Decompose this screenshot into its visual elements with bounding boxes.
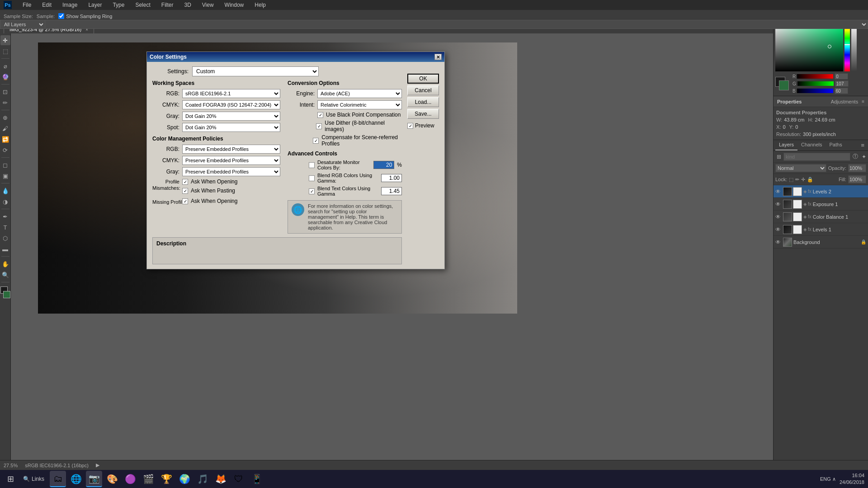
- lasso-tool[interactable]: ⌀: [0, 61, 10, 71]
- taskbar-chrome-app[interactable]: 🌐: [68, 471, 84, 487]
- clone-tool[interactable]: 🔁: [0, 134, 10, 144]
- layers-menu-icon[interactable]: ≡: [859, 140, 866, 150]
- brush-tool[interactable]: 🖌: [0, 123, 10, 133]
- g-slider[interactable]: [797, 81, 834, 86]
- blend-text-cb[interactable]: [309, 188, 315, 194]
- filter-attribute-icon[interactable]: Ⓣ: [851, 152, 859, 161]
- layers-search-input[interactable]: [783, 153, 850, 161]
- layer-vis-icon-levels2[interactable]: 👁: [775, 188, 782, 195]
- layer-vis-icon-colorbalance1[interactable]: 👁: [775, 214, 782, 220]
- layer-vis-icon-exposure1[interactable]: 👁: [775, 201, 782, 207]
- opacity-input[interactable]: 100%: [848, 164, 866, 172]
- hue-slider[interactable]: [844, 22, 850, 71]
- taskbar-id-app[interactable]: 🟣: [122, 471, 138, 487]
- preview-cb[interactable]: [407, 123, 413, 129]
- layer-item-levels2[interactable]: 👁 ◈ fx Levels 2: [774, 185, 868, 198]
- bg-color-swatch[interactable]: [779, 80, 789, 90]
- menu-select[interactable]: Select: [133, 1, 152, 9]
- menu-window[interactable]: Window: [223, 1, 246, 9]
- blend-rgb-cb[interactable]: [309, 175, 315, 181]
- hand-tool[interactable]: ✋: [0, 259, 10, 269]
- lock-all-icon[interactable]: 🔒: [807, 177, 813, 183]
- history-tool[interactable]: ⟳: [0, 145, 10, 155]
- channels-tab[interactable]: Channels: [797, 140, 826, 150]
- menu-help[interactable]: Help: [253, 1, 268, 9]
- taskbar-malware-app[interactable]: 🛡: [231, 471, 247, 487]
- quick-select-tool[interactable]: 🔮: [0, 72, 10, 82]
- lock-position-icon[interactable]: ✏: [795, 177, 799, 183]
- layers-tab[interactable]: Layers: [775, 140, 797, 150]
- cmyk-policy-select[interactable]: Preserve Embedded Profiles: [182, 156, 280, 165]
- zoom-tool[interactable]: 🔍: [0, 270, 10, 280]
- settings-select[interactable]: Custom: [192, 66, 319, 76]
- ask-pasting-cb[interactable]: [182, 188, 188, 194]
- sample-size-select[interactable]: Point Sample: [0, 20, 868, 29]
- menu-filter[interactable]: Filter: [160, 1, 175, 9]
- layer-vis-icon-levels1[interactable]: 👁: [775, 226, 782, 233]
- dither-cb[interactable]: [316, 123, 322, 129]
- ask-opening-mismatch-cb[interactable]: [182, 179, 188, 185]
- taskbar-explorer-app[interactable]: 🗂: [50, 471, 66, 487]
- move-tool[interactable]: ✛: [0, 35, 10, 45]
- menu-edit[interactable]: Edit: [40, 1, 53, 9]
- menu-image[interactable]: Image: [61, 1, 79, 9]
- search-button[interactable]: 🔍 Links: [19, 472, 48, 486]
- intent-select[interactable]: Relative Colorimetric: [317, 100, 402, 109]
- filter-type-icon[interactable]: ⊞: [775, 153, 783, 160]
- rgb-policy-select[interactable]: Preserve Embedded Profiles: [182, 145, 280, 154]
- engine-select[interactable]: Adobe (ACE): [317, 89, 402, 98]
- fill-input[interactable]: 100%: [848, 175, 866, 183]
- g-input[interactable]: [835, 80, 849, 87]
- taskbar-ae-app[interactable]: 🎬: [140, 471, 156, 487]
- taskbar-ai-app[interactable]: 🎨: [104, 471, 120, 487]
- ok-button[interactable]: OK: [407, 74, 439, 84]
- lock-artboard-icon[interactable]: ✛: [801, 177, 805, 183]
- ask-opening-missing-cb[interactable]: [182, 198, 188, 204]
- black-point-cb[interactable]: [317, 112, 323, 118]
- paths-tab[interactable]: Paths: [826, 140, 846, 150]
- gray-policy-select[interactable]: Preserve Embedded Profiles: [182, 167, 280, 176]
- save-button[interactable]: Save...: [407, 109, 439, 119]
- desaturate-cb[interactable]: [309, 162, 315, 168]
- blur-tool[interactable]: 💧: [0, 186, 10, 196]
- b-input[interactable]: [835, 88, 848, 94]
- properties-menu-icon[interactable]: ≡: [862, 99, 864, 104]
- show-ring-input[interactable]: [58, 13, 64, 19]
- filter-color-icon[interactable]: ✦: [860, 153, 868, 160]
- cmyk-ws-select[interactable]: Coated FOGRA39 (ISO 12647-2:2004): [182, 100, 280, 109]
- layer-item-exposure1[interactable]: 👁 ◈ fx Exposure 1: [774, 198, 868, 211]
- shape-tool[interactable]: ▬: [0, 244, 10, 254]
- crop-tool[interactable]: ⊡: [0, 87, 10, 97]
- opacity-slider[interactable]: [851, 22, 857, 71]
- blend-text-input[interactable]: 1.45: [381, 187, 402, 195]
- layer-item-background[interactable]: 👁 Background 🔒: [774, 236, 868, 249]
- blend-rgb-input[interactable]: 1.00: [381, 174, 402, 182]
- marquee-tool[interactable]: ⬚: [0, 46, 10, 56]
- lock-pixels-icon[interactable]: ⬚: [789, 177, 793, 183]
- b-slider[interactable]: [797, 89, 833, 93]
- taskbar-ps-app[interactable]: 📷: [86, 471, 102, 487]
- adjustments-tab-title[interactable]: Adjustments: [831, 99, 859, 104]
- scene-referred-cb[interactable]: [313, 138, 319, 144]
- dialog-close-button[interactable]: ✕: [434, 54, 442, 60]
- gray-ws-select[interactable]: Dot Gain 20%: [182, 112, 280, 121]
- taskbar-lr-app[interactable]: 🏆: [158, 471, 175, 487]
- show-ring-checkbox[interactable]: Show Sampling Ring: [58, 13, 112, 19]
- r-input[interactable]: [835, 73, 848, 80]
- desaturate-input[interactable]: 20: [373, 161, 394, 169]
- path-tool[interactable]: ⬡: [0, 233, 10, 243]
- taskbar-phone-app[interactable]: 📱: [249, 471, 265, 487]
- menu-view[interactable]: View: [200, 1, 216, 9]
- menu-file[interactable]: File: [21, 1, 33, 9]
- start-button[interactable]: ⊞: [4, 472, 18, 486]
- taskbar-spotify-app[interactable]: 🎵: [194, 471, 211, 487]
- layer-item-colorbalance1[interactable]: 👁 ◈ fx Color Balance 1: [774, 211, 868, 223]
- gradient-tool[interactable]: ▣: [0, 171, 10, 181]
- properties-header[interactable]: Properties Adjustments ≡: [774, 96, 868, 107]
- sample-select[interactable]: All Layers: [0, 20, 45, 29]
- menu-type[interactable]: Type: [111, 1, 126, 9]
- color-spectrum[interactable]: [775, 22, 843, 71]
- eraser-tool[interactable]: ◻: [0, 160, 10, 170]
- background-color[interactable]: [3, 291, 10, 298]
- rgb-ws-select[interactable]: sRGB IEC61966-2.1: [182, 89, 280, 98]
